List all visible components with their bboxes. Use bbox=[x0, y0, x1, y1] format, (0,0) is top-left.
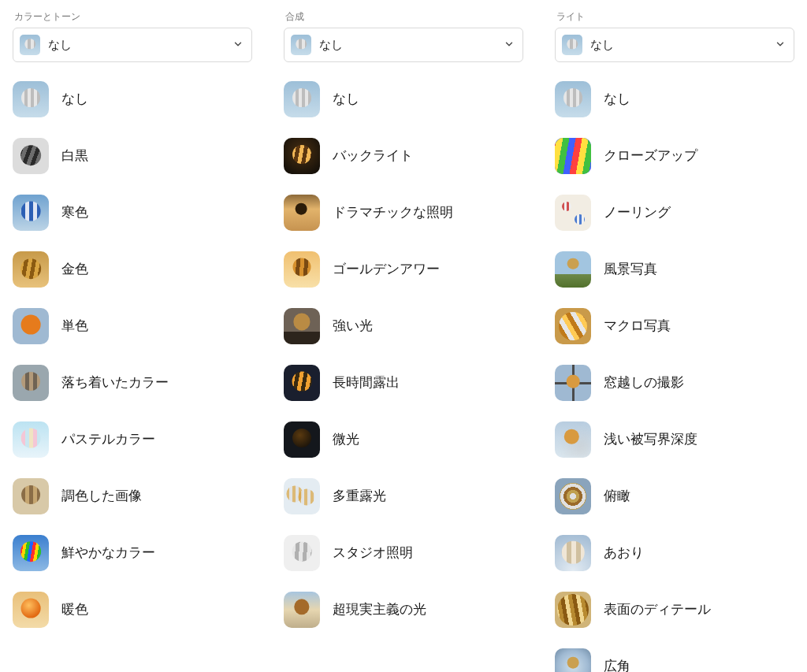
chevron-down-icon bbox=[232, 39, 244, 52]
column-title: カラーとトーン bbox=[14, 11, 252, 23]
option-low-light[interactable]: 微光 bbox=[284, 420, 523, 459]
dropdown-selected-label: なし bbox=[48, 38, 225, 53]
column-composition: 合成なしなしバックライトドラマチックな照明ゴールデンアワー強い光長時間露出微光多… bbox=[284, 11, 523, 672]
option-looking-up[interactable]: あおり bbox=[555, 533, 794, 573]
option-wide-angle[interactable]: 広角 bbox=[555, 647, 794, 672]
option-label: 風景写真 bbox=[604, 261, 657, 278]
option-warm[interactable]: 暖色 bbox=[13, 590, 252, 629]
option-none[interactable]: なし bbox=[13, 80, 252, 119]
option-label: ドラマチックな照明 bbox=[333, 204, 453, 221]
option-monochrome[interactable]: 単色 bbox=[13, 306, 252, 346]
option-thumbnail bbox=[555, 138, 591, 174]
column-title: 合成 bbox=[285, 11, 523, 23]
option-thumbnail bbox=[13, 365, 49, 401]
style-options-grid: カラーとトーンなしなし白黒寒色金色単色落ち着いたカラーパステルカラー調色した画像… bbox=[13, 11, 794, 672]
option-surface-detail[interactable]: 表面のディテール bbox=[555, 590, 794, 629]
option-knolling[interactable]: ノーリング bbox=[555, 193, 794, 232]
option-thumbnail bbox=[284, 251, 320, 288]
composition-dropdown[interactable]: なし bbox=[284, 28, 523, 62]
option-label: 白黒 bbox=[61, 147, 88, 165]
option-thumbnail bbox=[284, 365, 320, 401]
option-label: 窓越しの撮影 bbox=[604, 374, 684, 392]
option-thumbnail bbox=[555, 592, 591, 628]
light-dropdown[interactable]: なし bbox=[555, 28, 794, 62]
option-label: なし bbox=[333, 91, 359, 108]
option-none[interactable]: なし bbox=[555, 80, 794, 119]
option-thumbnail bbox=[555, 308, 591, 344]
dropdown-thumbnail bbox=[562, 35, 582, 55]
option-thumbnail bbox=[555, 195, 591, 231]
option-golden-hour[interactable]: ゴールデンアワー bbox=[284, 250, 523, 289]
chevron-down-icon bbox=[775, 39, 786, 52]
options-list: なしバックライトドラマチックな照明ゴールデンアワー強い光長時間露出微光多重露光ス… bbox=[284, 80, 523, 629]
option-thumbnail bbox=[13, 251, 49, 288]
option-top-down[interactable]: 俯瞰 bbox=[555, 477, 794, 516]
option-label: 広角 bbox=[604, 658, 630, 672]
option-label: 浅い被写界深度 bbox=[604, 431, 697, 448]
option-thumbnail bbox=[284, 535, 320, 571]
option-thumbnail bbox=[284, 195, 320, 231]
option-dramatic-lighting[interactable]: ドラマチックな照明 bbox=[284, 193, 523, 232]
option-label: パステルカラー bbox=[61, 431, 155, 448]
option-label: 微光 bbox=[333, 431, 359, 448]
option-studio-lighting[interactable]: スタジオ照明 bbox=[284, 533, 523, 573]
option-label: ノーリング bbox=[604, 204, 671, 221]
option-label: 長時間露出 bbox=[333, 374, 400, 392]
option-label: 暖色 bbox=[61, 601, 88, 618]
option-label: ゴールデンアワー bbox=[333, 261, 440, 278]
option-backlight[interactable]: バックライト bbox=[284, 136, 523, 176]
column-color-tone: カラーとトーンなしなし白黒寒色金色単色落ち着いたカラーパステルカラー調色した画像… bbox=[13, 11, 252, 672]
option-label: スタジオ照明 bbox=[333, 544, 413, 562]
option-thumbnail bbox=[284, 81, 320, 117]
option-macro[interactable]: マクロ写真 bbox=[555, 306, 794, 346]
option-thumbnail bbox=[555, 478, 591, 514]
option-muted[interactable]: 落ち着いたカラー bbox=[13, 363, 252, 403]
option-closeup[interactable]: クローズアップ bbox=[555, 136, 794, 176]
option-landscape[interactable]: 風景写真 bbox=[555, 250, 794, 289]
option-thumbnail bbox=[13, 138, 49, 174]
option-label: 調色した画像 bbox=[61, 488, 142, 505]
option-shallow-dof[interactable]: 浅い被写界深度 bbox=[555, 420, 794, 459]
option-long-exposure[interactable]: 長時間露出 bbox=[284, 363, 523, 403]
option-hard-light[interactable]: 強い光 bbox=[284, 306, 523, 346]
option-label: 強い光 bbox=[333, 317, 373, 335]
option-surreal-light[interactable]: 超現実主義の光 bbox=[284, 590, 523, 629]
option-through-window[interactable]: 窓越しの撮影 bbox=[555, 363, 794, 403]
option-label: マクロ写真 bbox=[604, 317, 671, 335]
dropdown-selected-label: なし bbox=[590, 38, 767, 53]
option-pastel[interactable]: パステルカラー bbox=[13, 420, 252, 459]
option-bw[interactable]: 白黒 bbox=[13, 136, 252, 176]
option-thumbnail bbox=[13, 81, 49, 117]
option-thumbnail bbox=[284, 138, 320, 174]
option-label: 表面のディテール bbox=[604, 601, 711, 618]
option-label: 鮮やかなカラー bbox=[61, 544, 155, 562]
option-label: 金色 bbox=[61, 261, 88, 278]
option-label: あおり bbox=[604, 544, 644, 562]
option-thumbnail bbox=[13, 195, 49, 231]
option-label: 超現実主義の光 bbox=[333, 601, 426, 618]
option-label: 寒色 bbox=[61, 204, 88, 221]
option-label: 単色 bbox=[61, 317, 88, 335]
option-thumbnail bbox=[13, 535, 49, 571]
chevron-down-icon bbox=[504, 39, 515, 52]
color-tone-dropdown[interactable]: なし bbox=[13, 28, 252, 62]
option-thumbnail bbox=[284, 308, 320, 344]
option-none[interactable]: なし bbox=[284, 80, 523, 119]
option-label: 落ち着いたカラー bbox=[61, 374, 169, 392]
dropdown-thumbnail bbox=[20, 35, 40, 55]
option-thumbnail bbox=[555, 81, 591, 117]
options-list: なし白黒寒色金色単色落ち着いたカラーパステルカラー調色した画像鮮やかなカラー暖色 bbox=[13, 80, 252, 629]
option-thumbnail bbox=[555, 251, 591, 288]
option-toned[interactable]: 調色した画像 bbox=[13, 477, 252, 516]
option-gold[interactable]: 金色 bbox=[13, 250, 252, 289]
option-thumbnail bbox=[13, 421, 49, 458]
option-thumbnail bbox=[13, 592, 49, 628]
option-label: 俯瞰 bbox=[604, 488, 630, 505]
option-multi-exposure[interactable]: 多重露光 bbox=[284, 477, 523, 516]
option-thumbnail bbox=[284, 421, 320, 458]
option-thumbnail bbox=[555, 535, 591, 571]
option-label: バックライト bbox=[333, 147, 413, 165]
option-cool[interactable]: 寒色 bbox=[13, 193, 252, 232]
option-vibrant[interactable]: 鮮やかなカラー bbox=[13, 533, 252, 573]
option-thumbnail bbox=[284, 592, 320, 628]
